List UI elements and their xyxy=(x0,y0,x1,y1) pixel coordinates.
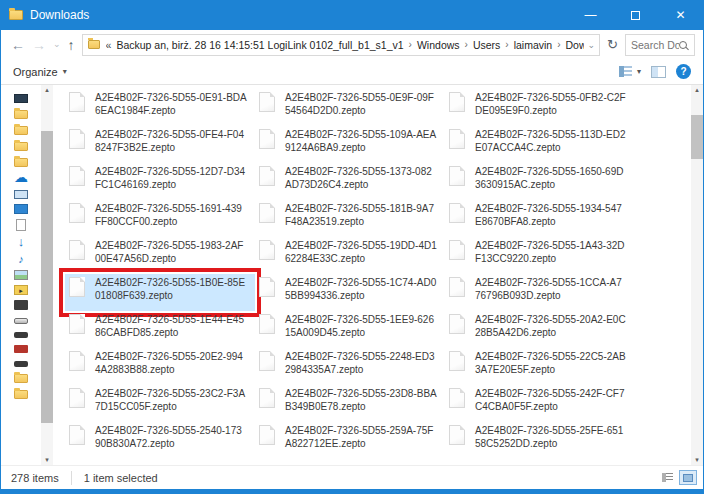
scroll-down-icon[interactable]: ▾ xyxy=(41,456,53,464)
search-box[interactable] xyxy=(625,34,695,56)
folder-icon[interactable] xyxy=(14,110,28,119)
file-tile[interactable]: A2E4B02F-7326-5D55-1691-439FF80CCF00.zep… xyxy=(65,200,255,237)
file-tile[interactable]: A2E4B02F-7326-5D55-25FE-65158C5252DD.zep… xyxy=(445,422,635,459)
breadcrumb-segment[interactable]: Users › xyxy=(473,39,514,51)
navigation-pane: ☁↓♪▸ ▴ ▾ xyxy=(1,85,57,465)
app-dark-icon[interactable] xyxy=(14,300,28,310)
file-tile[interactable]: A2E4B02F-7326-5D55-113D-ED2E07ACCA4C.zep… xyxy=(445,126,635,163)
breadcrumb-segment[interactable]: Downloads › xyxy=(566,39,584,51)
refresh-button[interactable]: ↻ xyxy=(607,37,618,52)
file-tile[interactable]: A2E4B02F-7326-5D55-242F-CF7C4CBA0F5F.zep… xyxy=(445,385,635,422)
breadcrumb-label[interactable]: Downloads xyxy=(566,39,584,51)
breadcrumb-label[interactable]: Windows xyxy=(417,39,460,51)
file-tile[interactable]: A2E4B02F-7326-5D55-259A-75FA822712EE.zep… xyxy=(255,422,445,459)
breadcrumb-label[interactable]: Users xyxy=(473,39,500,51)
window-border xyxy=(1,489,703,494)
file-tile[interactable]: A2E4B02F-7326-5D55-1C74-AD05BB994336.zep… xyxy=(255,274,445,311)
file-tile[interactable]: A2E4B02F-7326-5D55-1E44-E4586CABFD85.zep… xyxy=(65,311,255,348)
breadcrumb-separator-icon[interactable]: › xyxy=(409,39,412,50)
pictures-icon[interactable] xyxy=(14,270,28,280)
file-tile[interactable]: A2E4B02F-7326-5D55-23D8-BBAB349B0E78.zep… xyxy=(255,385,445,422)
file-tile[interactable]: A2E4B02F-7326-5D55-12D7-D34FC1C46169.zep… xyxy=(65,163,255,200)
file-tile[interactable]: A2E4B02F-7326-5D55-0FB2-C2FDE095E9F0.zep… xyxy=(445,89,635,126)
scrollbar-thumb[interactable] xyxy=(691,115,703,159)
file-tile[interactable]: A2E4B02F-7326-5D55-19DD-4D162284E33C.zep… xyxy=(255,237,445,274)
back-button[interactable]: ← xyxy=(11,38,25,52)
breadcrumb-segment[interactable]: laimavin › xyxy=(514,39,566,51)
breadcrumb-segment[interactable]: Windows › xyxy=(417,39,473,51)
breadcrumb-label[interactable]: Backup an, birż. 28 16 14:15:51 LogiLink… xyxy=(116,39,403,51)
change-view-button[interactable]: ▾ xyxy=(619,66,641,77)
monitor-dark-icon[interactable] xyxy=(14,94,28,103)
up-button[interactable]: ↑ xyxy=(68,38,75,52)
file-tile[interactable]: A2E4B02F-7326-5D55-1650-69D3630915AC.zep… xyxy=(445,163,635,200)
file-tile[interactable]: A2E4B02F-7326-5D55-22C5-2AB3A7E20E5F.zep… xyxy=(445,348,635,385)
videos-icon[interactable]: ▸ xyxy=(14,285,28,295)
breadcrumb-label[interactable]: laimavin xyxy=(514,39,553,51)
file-tile[interactable]: A2E4B02F-7326-5D55-1A43-32DF13CC9220.zep… xyxy=(445,237,635,274)
file-icon xyxy=(69,240,85,260)
file-tile[interactable]: A2E4B02F-7326-5D55-0E9F-09F54564D2D0.zep… xyxy=(255,89,445,126)
folder-icon[interactable] xyxy=(14,390,28,399)
file-tile[interactable]: A2E4B02F-7326-5D55-1CCA-A776796B093D.zep… xyxy=(445,274,635,311)
file-tile[interactable]: A2E4B02F-7326-5D55-1B0E-85E01808F639.zep… xyxy=(65,274,255,311)
address-bar[interactable]: « Backup an, birż. 28 16 14:15:51 LogiLi… xyxy=(82,34,601,56)
drive-dark-icon[interactable] xyxy=(14,361,28,367)
file-tile[interactable]: A2E4B02F-7326-5D55-0FE4-F048247F3B2E.zep… xyxy=(65,126,255,163)
minimize-button[interactable]: — xyxy=(568,0,613,30)
file-tile[interactable]: A2E4B02F-7326-5D55-20A2-E0C28B5A42D6.zep… xyxy=(445,311,635,348)
scroll-up-icon[interactable]: ▴ xyxy=(691,86,703,94)
drive-icon[interactable] xyxy=(14,318,28,324)
music-icon[interactable]: ♪ xyxy=(14,253,28,265)
folder-icon[interactable] xyxy=(14,374,28,383)
help-button[interactable]: ? xyxy=(676,64,691,79)
file-tile[interactable]: A2E4B02F-7326-5D55-1934-547E8670BFA8.zep… xyxy=(445,200,635,237)
file-tile[interactable]: A2E4B02F-7326-5D55-1EE9-62615A009D45.zep… xyxy=(255,311,445,348)
thispc-icon[interactable] xyxy=(14,190,28,199)
documents-icon[interactable] xyxy=(16,219,26,231)
thumbnails-view-button[interactable] xyxy=(679,470,697,485)
items-count: 278 items xyxy=(11,472,59,484)
breadcrumb-separator-icon[interactable]: › xyxy=(465,39,468,50)
breadcrumb-segment[interactable]: Backup an, birż. 28 16 14:15:51 LogiLink… xyxy=(116,39,417,51)
file-icon xyxy=(449,129,465,149)
close-button[interactable]: ✕ xyxy=(658,0,703,30)
desktop-icon[interactable] xyxy=(14,204,28,214)
preview-pane-button[interactable] xyxy=(651,66,666,78)
navigation-tree: ☁↓♪▸ xyxy=(7,87,35,404)
search-input[interactable] xyxy=(631,39,679,51)
file-tile[interactable]: A2E4B02F-7326-5D55-1373-082AD73D26C4.zep… xyxy=(255,163,445,200)
file-tile[interactable]: A2E4B02F-7326-5D55-109A-AEA9124A6BA9.zep… xyxy=(255,126,445,163)
file-tile[interactable]: A2E4B02F-7326-5D55-2540-17390B830A72.zep… xyxy=(65,422,255,459)
address-dropdown-icon[interactable]: ⌄ xyxy=(588,40,596,50)
file-name: A2E4B02F-7326-5D55-259A-75FA822712EE.zep… xyxy=(285,424,437,450)
collapsed-crumbs-indicator[interactable]: « xyxy=(106,39,112,51)
file-tile[interactable]: A2E4B02F-7326-5D55-23C2-F3A7D15CC05F.zep… xyxy=(65,385,255,422)
onedrive-icon[interactable]: ☁ xyxy=(14,172,28,184)
file-tile[interactable]: A2E4B02F-7326-5D55-1983-2AF00E47A56D.zep… xyxy=(65,237,255,274)
details-view-button[interactable] xyxy=(658,470,676,485)
maximize-button[interactable] xyxy=(613,0,658,30)
breadcrumb-separator-icon[interactable]: › xyxy=(505,39,508,50)
search-icon[interactable] xyxy=(679,41,687,49)
folder-icon[interactable] xyxy=(14,126,28,135)
scroll-down-icon[interactable]: ▾ xyxy=(691,456,703,464)
folder-icon[interactable] xyxy=(14,158,28,167)
file-tile[interactable]: A2E4B02F-7326-5D55-2248-ED32984335A7.zep… xyxy=(255,348,445,385)
file-icon xyxy=(449,351,465,371)
breadcrumb-separator-icon[interactable]: › xyxy=(557,39,560,50)
breadcrumb: « Backup an, birż. 28 16 14:15:51 LogiLi… xyxy=(106,39,584,51)
usb-red-icon[interactable] xyxy=(14,345,28,353)
folder-icon[interactable] xyxy=(14,142,28,151)
sidebar-scrollbar[interactable]: ▴ ▾ xyxy=(41,85,53,465)
file-tile[interactable]: A2E4B02F-7326-5D55-20E2-9944A2883B88.zep… xyxy=(65,348,255,385)
recent-locations-button[interactable]: ⌄ xyxy=(53,40,61,49)
drive-dark-icon[interactable] xyxy=(14,332,28,338)
file-tile[interactable]: A2E4B02F-7326-5D55-0E91-BDA6EAC1984F.zep… xyxy=(65,89,255,126)
vertical-scrollbar[interactable]: ▴ ▾ xyxy=(691,85,703,465)
organize-button[interactable]: Organize ▾ xyxy=(13,66,67,78)
file-tile[interactable]: A2E4B02F-7326-5D55-181B-9A7F48A23519.zep… xyxy=(255,200,445,237)
downloads-icon[interactable]: ↓ xyxy=(14,236,28,248)
scroll-up-icon[interactable]: ▴ xyxy=(41,86,53,94)
sidebar-scrollbar-thumb[interactable] xyxy=(41,131,53,423)
